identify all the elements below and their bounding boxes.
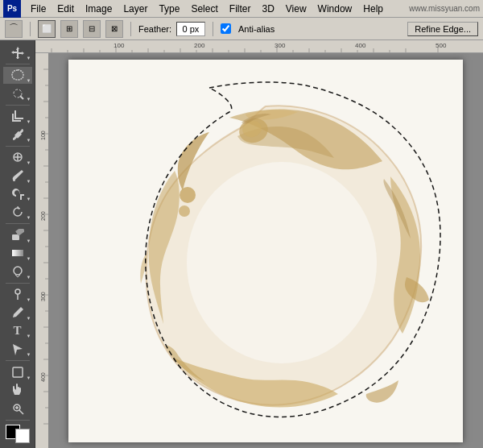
svg-rect-17 bbox=[35, 40, 483, 53]
eyedropper-tool[interactable]: ▼ bbox=[3, 126, 32, 143]
svg-point-76 bbox=[187, 162, 377, 363]
svg-point-5 bbox=[13, 179, 15, 181]
menu-view[interactable]: View bbox=[281, 2, 312, 16]
pen-tool[interactable]: ▼ bbox=[3, 304, 32, 321]
new-selection-icon[interactable]: ⬜ bbox=[38, 20, 56, 38]
svg-text:200: 200 bbox=[40, 211, 46, 221]
ruler-vertical: 100 200 300 400 bbox=[35, 53, 48, 448]
svg-text:100: 100 bbox=[40, 131, 46, 140]
toolbar: ▼ ▼ ▼ ▼ ▼ ▼ ▼ bbox=[0, 40, 35, 448]
antialias-label: Anti-alias bbox=[238, 24, 275, 34]
crop-tool[interactable]: ▼ bbox=[3, 108, 32, 126]
svg-rect-8 bbox=[12, 250, 23, 256]
tool-sep-5 bbox=[6, 283, 30, 284]
color-swatch[interactable] bbox=[6, 425, 30, 443]
menu-select[interactable]: Select bbox=[186, 2, 222, 16]
menu-edit[interactable]: Edit bbox=[52, 2, 79, 16]
menu-items: File Edit Image Layer Type Select Filter… bbox=[26, 2, 409, 16]
tool-sep-3 bbox=[6, 146, 30, 147]
clone-tool[interactable]: ▼ bbox=[3, 185, 32, 203]
separator-1 bbox=[30, 22, 31, 36]
tool-sep-6 bbox=[6, 360, 30, 361]
feather-input[interactable] bbox=[176, 22, 205, 36]
svg-text:300: 300 bbox=[275, 42, 286, 49]
menu-help[interactable]: Help bbox=[358, 2, 388, 16]
lasso-tool[interactable]: ▼ bbox=[3, 67, 32, 85]
move-tool[interactable]: ▼ bbox=[3, 44, 32, 61]
feather-label: Feather: bbox=[138, 24, 171, 34]
website-label: www.missyuan.com bbox=[409, 4, 480, 13]
tool-sep-1 bbox=[6, 64, 30, 64]
subtract-selection-icon[interactable]: ⊟ bbox=[83, 20, 101, 38]
svg-text:400: 400 bbox=[355, 42, 366, 49]
quick-select-tool[interactable]: ▼ bbox=[3, 85, 32, 102]
shape-tool[interactable]: ▼ bbox=[3, 363, 32, 381]
svg-rect-47 bbox=[35, 53, 48, 448]
antialias-checkbox[interactable] bbox=[221, 23, 231, 34]
hand-tool[interactable] bbox=[3, 382, 32, 400]
menubar: Ps File Edit Image Layer Type Select Fil… bbox=[0, 0, 483, 18]
refine-edge-button[interactable]: Refine Edge... bbox=[407, 22, 478, 36]
menu-layer[interactable]: Layer bbox=[118, 2, 152, 16]
menu-3d[interactable]: 3D bbox=[257, 2, 279, 16]
svg-point-80 bbox=[179, 205, 190, 217]
main-area: ▼ ▼ ▼ ▼ ▼ ▼ ▼ bbox=[0, 40, 483, 448]
svg-point-10 bbox=[15, 289, 20, 294]
menu-type[interactable]: Type bbox=[154, 2, 184, 16]
svg-line-14 bbox=[19, 410, 23, 414]
lasso-icon[interactable]: ⌒ bbox=[5, 20, 23, 38]
menu-file[interactable]: File bbox=[26, 2, 51, 16]
eraser-tool[interactable]: ▼ bbox=[3, 226, 32, 244]
svg-text:200: 200 bbox=[194, 42, 205, 49]
coffee-stain-image bbox=[68, 60, 463, 442]
svg-rect-12 bbox=[13, 367, 23, 377]
separator-3 bbox=[213, 22, 213, 36]
heal-tool[interactable]: ▼ bbox=[3, 149, 32, 167]
brush-tool[interactable]: ▼ bbox=[3, 167, 32, 185]
separator-2 bbox=[130, 22, 131, 36]
add-selection-icon[interactable]: ⊞ bbox=[60, 20, 78, 38]
svg-text:100: 100 bbox=[114, 42, 125, 49]
menu-filter[interactable]: Filter bbox=[225, 2, 256, 16]
svg-text:500: 500 bbox=[436, 42, 447, 49]
svg-point-79 bbox=[180, 187, 196, 203]
svg-text:400: 400 bbox=[40, 372, 46, 382]
menu-image[interactable]: Image bbox=[80, 2, 117, 16]
type-tool[interactable]: T ▼ bbox=[3, 322, 32, 340]
tool-sep-4 bbox=[6, 223, 30, 224]
photoshop-canvas[interactable] bbox=[68, 60, 463, 442]
canvas-area: 100 200 300 400 500 bbox=[35, 40, 483, 448]
intersect-selection-icon[interactable]: ⊠ bbox=[105, 20, 123, 38]
zoom-tool[interactable] bbox=[3, 400, 32, 417]
blur-tool[interactable]: ▼ bbox=[3, 263, 32, 280]
menu-window[interactable]: Window bbox=[313, 2, 357, 16]
tool-sep-7 bbox=[6, 420, 30, 421]
dodge-tool[interactable]: ▼ bbox=[3, 286, 32, 304]
path-select-tool[interactable]: ▼ bbox=[3, 340, 32, 358]
tool-sep-2 bbox=[6, 105, 30, 106]
svg-text:300: 300 bbox=[40, 292, 46, 301]
options-bar: ⌒ ⬜ ⊞ ⊟ ⊠ Feather: Anti-alias Refine Edg… bbox=[0, 18, 483, 40]
canvas-wrapper bbox=[48, 53, 483, 448]
gradient-tool[interactable]: ▼ bbox=[3, 245, 32, 263]
photoshop-logo: Ps bbox=[3, 0, 21, 18]
svg-point-9 bbox=[14, 267, 22, 275]
svg-line-1 bbox=[20, 96, 23, 99]
history-tool[interactable]: ▼ bbox=[3, 203, 32, 221]
ruler-horizontal: 100 200 300 400 500 bbox=[35, 40, 483, 53]
